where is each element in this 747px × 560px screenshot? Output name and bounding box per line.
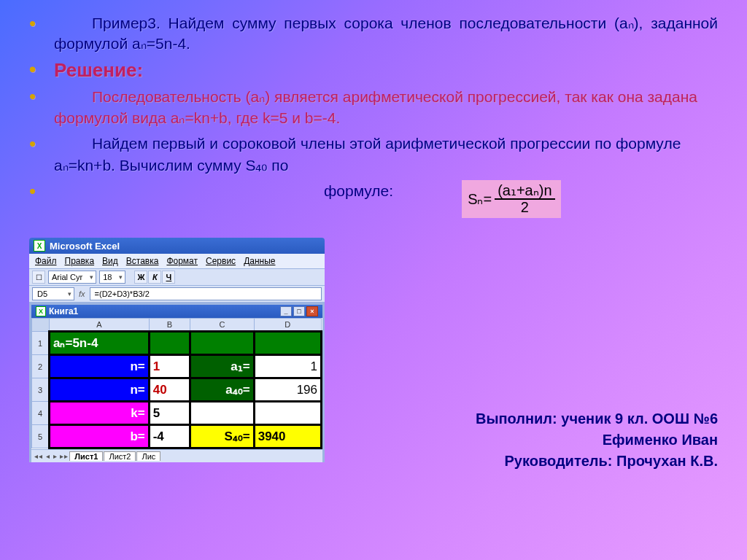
cell-D5[interactable]: 3940 — [254, 425, 321, 448]
cell-C2[interactable]: a₁= — [190, 355, 254, 378]
cell-A2[interactable]: n= — [50, 355, 150, 378]
bold-italic-underline-group: Ж К Ч — [134, 271, 175, 284]
workbook-title: Книга1 — [49, 306, 78, 316]
text-example: Пример3. Найдем сумму первых сорока член… — [54, 15, 718, 52]
font-name-select[interactable]: Arial Cyr — [48, 271, 96, 284]
col-B[interactable]: B — [149, 319, 190, 332]
menu-edit[interactable]: Правка — [62, 255, 98, 267]
cell-B1[interactable] — [149, 332, 190, 355]
col-D[interactable]: D — [254, 319, 321, 332]
workbook-titlebar: X Книга1 _ □ × — [31, 305, 322, 318]
credits-line2: Ефименко Иван — [476, 429, 718, 451]
text-sequence: Последовательность (aₙ) является арифмет… — [54, 88, 697, 126]
cell-A3[interactable]: n= — [50, 378, 150, 402]
menu-insert[interactable]: Вставка — [123, 255, 162, 267]
formula-num: (a₁+aₙ)n — [495, 183, 554, 200]
row-4[interactable]: 4 — [32, 402, 50, 425]
excel-menubar: Файл Правка Вид Вставка Формат Сервис Да… — [29, 254, 325, 269]
sheet-tabs: ◂◂ ◂ ▸ ▸▸ Лист1 Лист2 Лис — [31, 449, 322, 462]
cell-C3[interactable]: a₄₀= — [190, 378, 254, 402]
bullet-example: Пример3. Найдем сумму первых сорока член… — [54, 13, 718, 55]
bullet-sequence: Последовательность (aₙ) является арифмет… — [54, 86, 718, 129]
underline-button[interactable]: Ч — [162, 271, 175, 284]
col-A[interactable]: A — [50, 319, 150, 332]
select-all-corner[interactable] — [32, 319, 50, 332]
text-formula-word: формуле: — [324, 180, 393, 201]
bullet-solution-heading: Решение: — [54, 59, 718, 82]
cell-D4[interactable] — [254, 402, 321, 425]
cell-B4[interactable]: 5 — [149, 402, 190, 425]
bullet-formula-line: формуле: Sₙ= (a₁+aₙ)n 2 — [54, 180, 718, 218]
fx-icon[interactable]: fx — [79, 289, 85, 298]
row-1[interactable]: 1 — [32, 332, 50, 355]
name-box[interactable]: D5 — [32, 287, 74, 300]
cell-D1[interactable] — [254, 332, 321, 355]
formula-lhs: Sₙ= — [468, 189, 492, 209]
font-size-select[interactable]: 18 — [99, 271, 125, 284]
sheet-tab-1[interactable]: Лист1 — [69, 451, 103, 461]
formula-bar[interactable]: =(D2+D3)*B3/2 — [90, 287, 322, 300]
spreadsheet-grid[interactable]: A B C D 1 aₙ=5n-4 2 n= 1 a₁= 1 3 n= — [31, 318, 322, 449]
credits-line3: Руководитель: Прочухан К.В. — [476, 451, 718, 472]
formula-box: Sₙ= (a₁+aₙ)n 2 — [462, 180, 560, 218]
col-C[interactable]: C — [190, 319, 254, 332]
excel-app-icon: X — [34, 240, 45, 252]
excel-window: X Microsoft Excel Файл Правка Вид Вставк… — [29, 238, 325, 462]
cell-A5[interactable]: b= — [50, 425, 150, 448]
cell-D2[interactable]: 1 — [254, 355, 321, 378]
row-2[interactable]: 2 — [32, 355, 50, 378]
workbook-icon: X — [36, 306, 46, 316]
cell-C5[interactable]: S₄₀= — [190, 425, 254, 448]
credits-line1: Выполнил: ученик 9 кл. ООШ №6 — [476, 408, 718, 429]
italic-button[interactable]: К — [148, 271, 161, 284]
sheet-tab-2[interactable]: Лист2 — [104, 451, 136, 461]
cell-C4[interactable] — [190, 402, 254, 425]
menu-data[interactable]: Данные — [241, 255, 278, 267]
cell-A4[interactable]: k= — [50, 402, 150, 425]
cell-A1[interactable]: aₙ=5n-4 — [50, 332, 150, 355]
sheet-tab-3[interactable]: Лис — [136, 451, 160, 461]
row-3[interactable]: 3 — [32, 378, 50, 402]
tab-nav-icons[interactable]: ◂◂ ◂ ▸ ▸▸ — [34, 452, 69, 460]
menu-file[interactable]: Файл — [32, 255, 60, 267]
bold-button[interactable]: Ж — [134, 271, 147, 284]
heading-solution: Решение: — [54, 59, 143, 81]
menu-view[interactable]: Вид — [99, 255, 121, 267]
cell-C1[interactable] — [190, 332, 254, 355]
formula-bar-row: D5 fx =(D2+D3)*B3/2 — [29, 286, 325, 303]
excel-app-title: Microsoft Excel — [50, 241, 120, 252]
credits-block: Выполнил: ученик 9 кл. ООШ №6 Ефименко И… — [476, 408, 718, 472]
text-find: Найдем первый и сороковой члены этой ари… — [54, 135, 681, 173]
excel-toolbar: ☐ Arial Cyr 18 Ж К Ч — [29, 269, 325, 286]
excel-titlebar: X Microsoft Excel — [29, 238, 325, 254]
cell-B2[interactable]: 1 — [149, 355, 190, 378]
row-5[interactable]: 5 — [32, 425, 50, 448]
menu-tools[interactable]: Сервис — [203, 255, 239, 267]
formula-den: 2 — [518, 200, 532, 215]
minimize-button[interactable]: _ — [280, 306, 292, 316]
cell-D3[interactable]: 196 — [254, 378, 321, 402]
bullet-find: Найдем первый и сороковой члены этой ари… — [54, 133, 718, 176]
toolbar-new-icon[interactable]: ☐ — [32, 271, 45, 284]
menu-format[interactable]: Формат — [163, 255, 201, 267]
cell-B3[interactable]: 40 — [149, 378, 190, 402]
maximize-button[interactable]: □ — [293, 306, 305, 316]
cell-B5[interactable]: -4 — [149, 425, 190, 448]
close-button[interactable]: × — [306, 306, 318, 316]
